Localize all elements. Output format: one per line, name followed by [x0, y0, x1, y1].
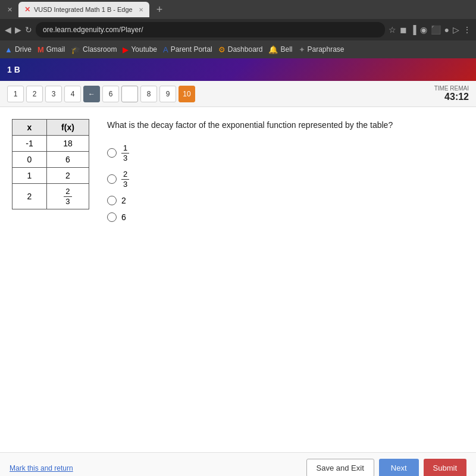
bookmark-paraphrase[interactable]: ✦ Paraphrase [299, 45, 345, 54]
question-btn-2[interactable]: 2 [26, 86, 43, 102]
fraction-num-2: 2 [121, 170, 129, 180]
radio-circle-1 [107, 148, 117, 158]
fraction-num-1: 1 [121, 143, 129, 154]
classroom-icon: 🎓 [71, 45, 80, 54]
question-btn-7[interactable] [121, 86, 138, 102]
option-fraction-1-3: 1 3 [121, 143, 129, 162]
time-label: TIME REMAI [434, 85, 469, 92]
refresh-button[interactable]: ↻ [25, 25, 32, 35]
bookmark-parent-portal[interactable]: A Parent Portal [163, 45, 212, 54]
answer-option-1[interactable]: 1 3 [107, 143, 464, 162]
fraction-denominator: 3 [64, 197, 71, 206]
footer-bar: Mark this and return Save and Exit Next … [0, 452, 476, 476]
table-cell-fx-1: 18 [46, 136, 89, 152]
menu-icon[interactable]: ⋮ [463, 25, 471, 35]
table-cell-x-1: -1 [12, 136, 47, 152]
extension-icon-2[interactable]: ▐ [411, 25, 416, 35]
forward-button[interactable]: ▶ [15, 25, 21, 35]
tab-close-1[interactable]: ✕ [4, 5, 16, 15]
table-row: -1 18 [12, 136, 89, 152]
extension-icon-1[interactable]: ◼ [400, 25, 407, 35]
app-container: 1 B 1 2 3 4 ← 6 8 9 10 TIME REMAI 43:12 … [0, 58, 476, 476]
content-spacer [0, 357, 476, 452]
question-btn-6[interactable]: 6 [102, 86, 119, 102]
question-nav: 1 2 3 4 ← 6 8 9 10 TIME REMAI 43:12 [0, 81, 476, 107]
tab-close-icon[interactable]: ✕ [139, 7, 143, 13]
table-cell-fx-3: 2 [46, 168, 89, 184]
answer-option-2[interactable]: 2 3 [107, 170, 464, 189]
submit-button[interactable]: Submit [424, 459, 466, 476]
dashboard-icon: ⚙ [218, 45, 226, 54]
question-btn-8[interactable]: 8 [140, 86, 157, 102]
bookmark-classroom[interactable]: 🎓 Classroom [71, 45, 117, 54]
bookmark-bell[interactable]: 🔔 Bell [268, 45, 292, 54]
answer-option-3[interactable]: 2 [107, 196, 464, 205]
table-section: x f(x) -1 18 0 6 [12, 119, 89, 345]
content-wrapper: x f(x) -1 18 0 6 [0, 107, 476, 476]
bookmark-drive[interactable]: ▲ Drive [5, 45, 32, 54]
youtube-icon: ▶ [123, 45, 129, 54]
table-header-x: x [12, 120, 47, 136]
bookmark-youtube-label: Youtube [131, 45, 157, 54]
gmail-icon: M [37, 45, 44, 54]
tab-active[interactable]: ✕ VUSD Integrated Math 1 B - Edge ✕ [18, 2, 149, 17]
bookmark-gmail-label: Gmail [46, 45, 65, 54]
table-cell-x-2: 0 [12, 152, 47, 168]
footer-buttons: Save and Exit Next Submit [306, 459, 466, 476]
option-label-3: 2 [121, 196, 126, 205]
radio-circle-4 [107, 212, 117, 222]
question-btn-1[interactable]: 1 [7, 86, 24, 102]
data-table: x f(x) -1 18 0 6 [12, 119, 89, 209]
question-text: What is the decay factor of the exponent… [107, 119, 464, 131]
address-input[interactable] [36, 22, 385, 37]
bookmark-parent-portal-label: Parent Portal [171, 45, 212, 54]
mark-return-link[interactable]: Mark this and return [10, 464, 73, 472]
table-row: 0 6 [12, 152, 89, 168]
time-value: 43:12 [434, 92, 469, 102]
bookmark-paraphrase-label: Paraphrase [308, 45, 345, 54]
cast-icon[interactable]: ▷ [453, 25, 459, 35]
tab-icon: ✕ [24, 5, 30, 14]
option-fraction-2-3: 2 3 [121, 170, 129, 189]
question-btn-9[interactable]: 9 [159, 86, 176, 102]
question-btn-3[interactable]: 3 [45, 86, 62, 102]
profile-icon[interactable]: ● [444, 25, 449, 35]
bookmark-dashboard[interactable]: ⚙ Dashboard [218, 45, 263, 54]
drive-icon: ▲ [5, 45, 12, 54]
extension-icon-3[interactable]: ◉ [420, 25, 427, 35]
option-label-4: 6 [121, 212, 126, 222]
browser-chrome: ✕ ✕ VUSD Integrated Math 1 B - Edge ✕ + … [0, 0, 476, 58]
question-section: What is the decay factor of the exponent… [107, 119, 464, 345]
fraction-2-3: 2 3 [64, 187, 71, 206]
tab-label: VUSD Integrated Math 1 B - Edge [34, 6, 133, 13]
new-tab-button[interactable]: + [152, 4, 168, 16]
save-exit-button[interactable]: Save and Exit [306, 459, 374, 476]
answer-options: 1 3 2 3 [107, 143, 464, 222]
table-row: 2 2 3 [12, 184, 89, 209]
bookmark-gmail[interactable]: M Gmail [37, 45, 65, 54]
time-remaining: TIME REMAI 43:12 [434, 85, 469, 102]
bell-icon: 🔔 [268, 45, 278, 54]
question-btn-back[interactable]: ← [83, 86, 100, 102]
question-btn-10[interactable]: 10 [178, 86, 195, 102]
table-cell-x-4: 2 [12, 184, 47, 209]
table-cell-fx-2: 6 [46, 152, 89, 168]
back-button[interactable]: ◀ [5, 25, 11, 35]
address-bar: ◀ ▶ ↻ ☆ ◼ ▐ ◉ ⬛ ● ▷ ⋮ [0, 19, 476, 40]
answer-option-4[interactable]: 6 [107, 212, 464, 222]
next-button[interactable]: Next [379, 459, 419, 476]
main-content: x f(x) -1 18 0 6 [0, 107, 476, 357]
parent-portal-icon: A [163, 45, 168, 54]
bookmark-dashboard-label: Dashboard [228, 45, 263, 54]
bookmark-drive-label: Drive [15, 45, 32, 54]
star-icon[interactable]: ☆ [389, 25, 396, 35]
extension-icon-4[interactable]: ⬛ [431, 25, 441, 35]
bookmark-youtube[interactable]: ▶ Youtube [123, 45, 157, 54]
table-header-fx: f(x) [46, 120, 89, 136]
bookmark-classroom-label: Classroom [83, 45, 117, 54]
table-row: 1 2 [12, 168, 89, 184]
fraction-numerator: 2 [64, 187, 71, 197]
table-cell-x-3: 1 [12, 168, 47, 184]
question-btn-4[interactable]: 4 [64, 86, 81, 102]
tab-bar: ✕ ✕ VUSD Integrated Math 1 B - Edge ✕ + [0, 0, 476, 19]
